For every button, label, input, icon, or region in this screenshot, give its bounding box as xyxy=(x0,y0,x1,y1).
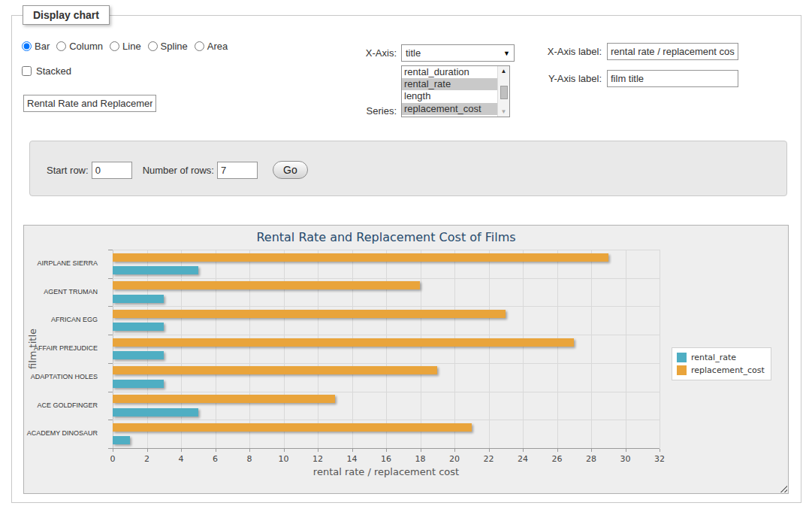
y-tick-mark xyxy=(108,335,113,335)
stacked-checkbox[interactable] xyxy=(22,66,32,76)
x-axis-select[interactable]: title ▼ xyxy=(401,44,515,62)
series-option-rental_duration[interactable]: rental_duration xyxy=(402,66,497,78)
y-tick-mark xyxy=(108,306,113,307)
x-tick-label: 0 xyxy=(101,454,124,464)
x-tick-mark xyxy=(147,449,148,452)
x-tick-mark xyxy=(249,449,250,452)
series-option-length[interactable]: length xyxy=(402,90,497,102)
chart-type-radio-0[interactable] xyxy=(22,41,32,51)
num-rows-input[interactable] xyxy=(217,162,258,179)
x-gridline xyxy=(216,250,216,448)
x-tick-label: 12 xyxy=(306,454,329,464)
fieldset-legend: Display chart xyxy=(23,5,110,25)
y-tick-mark xyxy=(108,363,113,364)
x-tick-label: 32 xyxy=(648,454,671,464)
chart-type-option-area[interactable]: Area xyxy=(195,41,228,52)
x-gridline xyxy=(249,250,250,448)
x-gridline xyxy=(660,250,660,448)
x-gridline xyxy=(626,250,626,448)
category-label: AGENT TRUMAN xyxy=(24,278,98,307)
bar-rental_rate xyxy=(113,266,198,274)
x-tick-mark xyxy=(523,449,524,452)
x-gridline xyxy=(591,250,592,448)
chart-type-option-bar[interactable]: Bar xyxy=(22,41,50,52)
chart-title-input[interactable] xyxy=(23,95,156,112)
x-tick-label: 26 xyxy=(546,454,569,464)
bar-replacement_cost xyxy=(113,281,420,289)
row-range-controls: Start row: Number of rows: Go xyxy=(47,161,308,179)
chart-type-label: Area xyxy=(207,41,228,52)
legend-label: replacement_cost xyxy=(691,365,765,375)
y-tick-mark xyxy=(108,250,113,250)
chart-legend: rental_ratereplacement_cost xyxy=(672,347,771,380)
series-select-label: Series: xyxy=(337,105,397,117)
legend-item-replacement_cost[interactable]: replacement_cost xyxy=(677,364,765,377)
row-range-box: Start row: Number of rows: Go xyxy=(29,141,787,196)
bar-replacement_cost xyxy=(113,310,506,318)
chart-type-radio-4[interactable] xyxy=(195,41,204,51)
x-tick-mark xyxy=(454,449,455,452)
y-gridline xyxy=(113,420,660,420)
chart-type-option-line[interactable]: Line xyxy=(110,41,141,52)
chart-container: Rental Rate and Replacement Cost of Film… xyxy=(23,225,789,494)
x-tick-mark xyxy=(181,449,182,452)
scroll-down-icon[interactable]: ▼ xyxy=(501,107,507,117)
x-gridline xyxy=(454,250,455,448)
scroll-up-icon[interactable]: ▲ xyxy=(501,66,507,76)
series-scrollbar[interactable]: ▲ ▼ xyxy=(497,66,509,117)
x-gridline xyxy=(523,250,524,448)
chart-type-option-column[interactable]: Column xyxy=(56,41,103,52)
y-gridline xyxy=(113,392,660,392)
x-tick-label: 20 xyxy=(443,454,466,464)
bar-rental_rate xyxy=(113,380,164,388)
legend-label: rental_rate xyxy=(691,353,736,362)
series-option-replacement_cost[interactable]: replacement_cost xyxy=(402,103,497,115)
legend-item-rental_rate[interactable]: rental_rate xyxy=(677,351,765,364)
y-axis-label-input[interactable] xyxy=(607,70,738,87)
x-gridline xyxy=(352,250,353,448)
chart-type-label: Bar xyxy=(35,41,50,52)
start-row-input[interactable] xyxy=(92,162,132,179)
bar-rental_rate xyxy=(113,323,164,331)
legend-swatch-icon xyxy=(677,365,687,375)
scrollbar-thumb[interactable] xyxy=(500,86,508,99)
x-tick-label: 14 xyxy=(341,454,364,464)
x-axis-line xyxy=(113,448,660,449)
x-axis-label-input[interactable] xyxy=(607,43,738,60)
y-axis-label-label: Y-Axis label: xyxy=(530,73,602,85)
category-label: ACE GOLDFINGER xyxy=(24,392,98,420)
category-labels: AIRPLANE SIERRAAGENT TRUMANAFRICAN EGGAF… xyxy=(24,250,105,448)
x-tick-mark xyxy=(591,449,592,452)
x-gridline xyxy=(489,250,490,448)
x-gridline xyxy=(421,250,421,448)
num-rows-label: Number of rows: xyxy=(143,165,214,176)
go-button[interactable]: Go xyxy=(273,161,308,179)
chart-x-axis-title: rental rate / replacement cost xyxy=(113,466,660,477)
x-tick-mark xyxy=(660,449,660,452)
stacked-label: Stacked xyxy=(36,65,71,77)
bar-replacement_cost xyxy=(113,338,574,347)
display-chart-fieldset: Display chart Bar Column Line Spline Are… xyxy=(11,15,801,503)
series-listbox[interactable]: rental_durationrental_ratelengthreplacem… xyxy=(401,65,510,117)
bar-replacement_cost xyxy=(113,395,335,403)
resize-grip-icon[interactable] xyxy=(778,483,787,492)
chart-type-label: Column xyxy=(69,41,103,52)
y-tick-mark xyxy=(108,420,113,420)
chart-type-radio-group: Bar Column Line Spline Area xyxy=(22,41,234,52)
x-gridline xyxy=(557,250,558,448)
x-tick-label: 8 xyxy=(238,454,261,464)
y-gridline xyxy=(113,278,660,279)
x-axis-select-label: X-Axis: xyxy=(337,47,397,59)
chart-type-option-spline[interactable]: Spline xyxy=(148,41,188,52)
chart-type-radio-2[interactable] xyxy=(110,41,119,51)
chart-type-radio-1[interactable] xyxy=(56,41,66,51)
category-label: AIRPLANE SIERRA xyxy=(24,250,98,278)
stacked-option[interactable]: Stacked xyxy=(22,65,71,77)
chart-type-radio-3[interactable] xyxy=(148,41,158,51)
bar-rental_rate xyxy=(113,408,198,417)
y-axis-line xyxy=(113,250,113,448)
chart-type-label: Line xyxy=(122,41,141,52)
category-label: AFFAIR PREJUDICE xyxy=(24,335,98,363)
series-option-rental_rate[interactable]: rental_rate xyxy=(402,78,497,90)
y-tick-mark xyxy=(108,392,113,392)
